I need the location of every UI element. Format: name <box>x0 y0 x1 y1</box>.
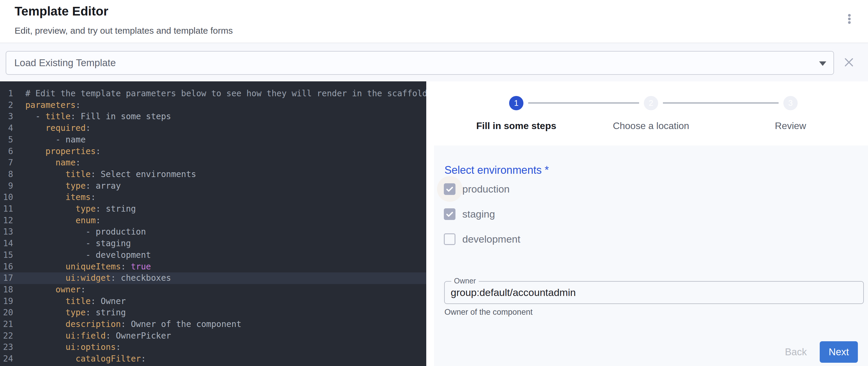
template-editor-page: Template Editor Edit, preview, and try o… <box>0 0 868 366</box>
line-number: 12 <box>0 215 13 226</box>
step-2-circle: 2 <box>644 96 658 110</box>
editor-line: 22 ui:field: OwnerPicker <box>0 330 426 342</box>
owner-input[interactable] <box>451 282 850 303</box>
line-code: ui:field: OwnerPicker <box>13 330 171 342</box>
line-number: 2 <box>0 99 13 111</box>
line-number: 21 <box>0 318 13 330</box>
line-number: 4 <box>0 122 13 134</box>
checkbox-label[interactable]: development <box>462 233 521 245</box>
owner-field: Owner <box>444 281 864 304</box>
line-code: - staging <box>13 238 131 249</box>
checkbox-label[interactable]: production <box>462 183 510 195</box>
line-code: - production <box>13 226 146 238</box>
editor-line: 3 - title: Fill in some steps <box>0 111 426 122</box>
checkbox-label[interactable]: staging <box>462 208 495 220</box>
line-number: 20 <box>0 307 13 318</box>
line-number: 23 <box>0 341 13 353</box>
kebab-icon <box>848 18 851 20</box>
editor-line: 9 type: array <box>0 180 426 192</box>
editor-line: 12 enum: <box>0 215 426 226</box>
line-number: 14 <box>0 238 13 249</box>
line-code: type: string <box>13 307 126 318</box>
editor-line: 21 description: Owner of the component <box>0 318 426 330</box>
editor-line: 2parameters: <box>0 99 426 111</box>
checkbox-row-development: development <box>437 228 521 250</box>
editor-line: 19 title: Owner <box>0 296 426 307</box>
line-code: - development <box>13 249 151 261</box>
line-code: required: <box>13 122 91 134</box>
step-connector <box>663 102 779 103</box>
owner-helper-text: Owner of the component <box>444 308 533 317</box>
line-number: 8 <box>0 169 13 180</box>
close-toolbar-button[interactable] <box>842 55 856 69</box>
line-number: 9 <box>0 180 13 192</box>
line-code: - name <box>13 134 86 146</box>
line-code: type: array <box>13 180 121 192</box>
editor-line: 8 title: Select environments <box>0 169 426 180</box>
line-number: 1 <box>0 88 13 99</box>
editor-line: 4 required: <box>0 122 426 134</box>
line-code: - title: Fill in some steps <box>13 111 171 122</box>
line-number: 15 <box>0 249 13 261</box>
editor-line: 5 - name <box>0 134 426 146</box>
line-code: catalogFilter: <box>13 353 146 365</box>
editor-line: 10 items: <box>0 192 426 203</box>
more-options-button[interactable] <box>841 14 857 30</box>
line-code: title: Owner <box>13 296 126 307</box>
editor-line: 6 properties: <box>0 146 426 157</box>
check-icon <box>445 184 454 194</box>
line-code: type: string <box>13 203 136 215</box>
line-code: # Edit the template parameters below to … <box>13 88 426 99</box>
line-number: 16 <box>0 261 13 273</box>
line-code: parameters: <box>13 99 81 111</box>
select-placeholder: Load Existing Template <box>14 57 116 68</box>
line-number: 7 <box>0 157 13 169</box>
editor-lines: 1# Edit the template parameters below to… <box>0 88 426 365</box>
kebab-icon <box>848 14 851 17</box>
line-code: items: <box>13 192 96 203</box>
line-number: 5 <box>0 134 13 146</box>
checkbox-staging[interactable] <box>444 208 456 220</box>
kebab-icon <box>848 21 851 24</box>
caret-down-icon <box>819 61 826 66</box>
line-code: owner: <box>13 284 86 296</box>
line-code: properties: <box>13 146 101 157</box>
line-number: 13 <box>0 226 13 238</box>
editor-line: 20 type: string <box>0 307 426 318</box>
load-existing-template-select[interactable]: Load Existing Template <box>6 51 834 75</box>
line-number: 24 <box>0 353 13 365</box>
step-3-circle: 3 <box>783 96 798 110</box>
line-number: 17 <box>0 272 13 284</box>
editor-line: 24 catalogFilter: <box>0 353 426 365</box>
code-editor[interactable]: 1# Edit the template parameters below to… <box>0 81 426 366</box>
line-code: ui:options: <box>13 341 121 353</box>
checkbox-row-production: production <box>437 178 510 200</box>
close-icon <box>844 57 854 67</box>
editor-line: 15 - development <box>0 249 426 261</box>
editor-line: 18 owner: <box>0 284 426 296</box>
line-number: 3 <box>0 111 13 122</box>
page-subtitle: Edit, preview, and try out templates and… <box>14 26 233 36</box>
editor-line: 16 uniqueItems: true <box>0 261 426 273</box>
step-3-label: Review <box>722 120 859 131</box>
line-number: 22 <box>0 330 13 342</box>
editor-line: 13 - production <box>0 226 426 238</box>
editor-line: 1# Edit the template parameters below to… <box>0 88 426 99</box>
editor-line: 11 type: string <box>0 203 426 215</box>
back-button[interactable]: Back <box>775 341 817 363</box>
check-icon <box>445 210 454 219</box>
editor-line: 14 - staging <box>0 238 426 249</box>
editor-line: 17 ui:widget: checkboxes <box>0 272 426 284</box>
line-code: description: Owner of the component <box>13 318 242 330</box>
checkbox-production[interactable] <box>444 183 456 195</box>
checkbox-development[interactable] <box>444 233 456 245</box>
checkbox-row-staging: staging <box>437 203 495 225</box>
line-code: title: Select environments <box>13 169 196 180</box>
next-button[interactable]: Next <box>820 341 858 363</box>
line-number: 18 <box>0 284 13 296</box>
editor-line: 23 ui:options: <box>0 341 426 353</box>
line-number: 10 <box>0 192 13 203</box>
page-title: Template Editor <box>14 4 108 19</box>
line-code: ui:widget: checkboxes <box>13 272 171 284</box>
line-code: enum: <box>13 215 101 226</box>
